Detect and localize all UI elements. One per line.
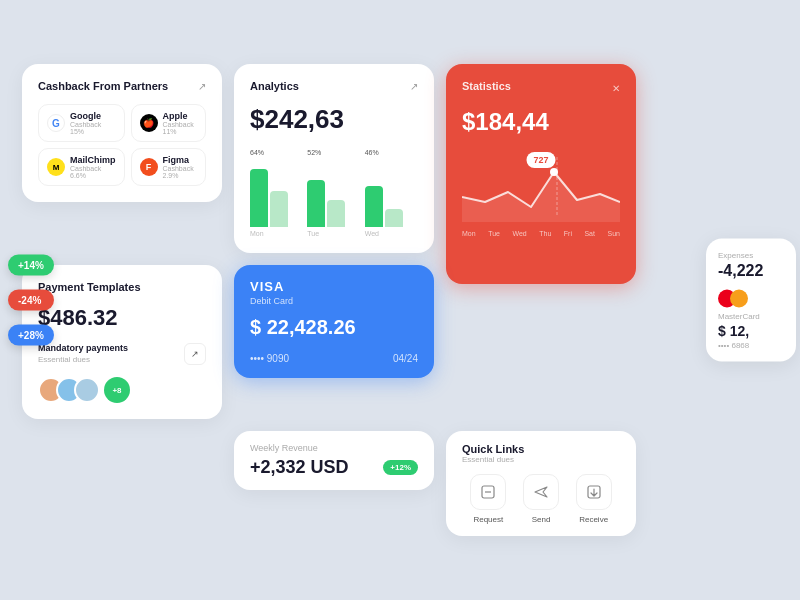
quicklinks-card: Quick Links Essential dues Request <box>446 431 636 536</box>
analytics-header: Analytics ↗ <box>250 80 418 92</box>
visa-amount: $ 22,428.26 <box>250 316 418 339</box>
day-label-wed: Wed <box>365 230 379 237</box>
cashback-external-link-icon[interactable]: ↗ <box>198 81 206 92</box>
bar-wed-secondary <box>385 209 403 227</box>
partner-mailchimp[interactable]: M MailChimp Cashback 6.6% <box>38 148 125 186</box>
chart-group-mon: 64% Mon <box>250 149 303 237</box>
mastercard-label: MasterCard <box>718 312 784 321</box>
chart-group-wed: 46% Wed <box>365 149 418 237</box>
apple-name: Apple <box>163 111 197 121</box>
figma-info: Figma Cashback 2.9% <box>163 155 197 179</box>
partner-grid: G Google Cashback 15% 🍎 Apple Cashback 1… <box>38 104 206 186</box>
mastercard-number: •••• 6868 <box>718 341 784 350</box>
stat-day-wed: Wed <box>512 230 526 237</box>
send-icon <box>523 474 559 510</box>
avatars-row: +8 <box>38 377 206 403</box>
analytics-chart: 64% Mon 52% <box>250 147 418 237</box>
revenue-row: +2,332 USD +12% <box>250 457 418 478</box>
avatar-3 <box>74 377 100 403</box>
request-icon <box>470 474 506 510</box>
mandatory-arrow-icon[interactable]: ↗ <box>184 343 206 365</box>
cards-container: Cashback From Partners ↗ G Google Cashba… <box>22 64 778 536</box>
statistics-chart: 727 Mon Tue Wed Thu Fri S <box>462 152 620 242</box>
bar-mon-primary <box>250 169 268 227</box>
partner-apple[interactable]: 🍎 Apple Cashback 11% <box>131 104 206 142</box>
mandatory-row: Mandatory payments Essential dues ↗ <box>38 343 206 365</box>
partner-figma[interactable]: F Figma Cashback 2.9% <box>131 148 206 186</box>
bar-tue-secondary <box>327 200 345 227</box>
svg-point-2 <box>550 168 558 176</box>
statistics-days: Mon Tue Wed Thu Fri Sat Sun <box>462 230 620 237</box>
apple-info: Apple Cashback 11% <box>163 111 197 135</box>
analytics-amount: $242,63 <box>250 104 418 135</box>
statistics-card: Statistics ✕ $184,44 727 Mon <box>446 64 636 284</box>
visa-expiry: 04/24 <box>393 353 418 364</box>
statistics-external-link-icon[interactable]: ✕ <box>612 83 620 94</box>
receive-icon <box>576 474 612 510</box>
avatar-count: +8 <box>104 377 130 403</box>
bar-tue-primary <box>307 180 325 227</box>
google-logo: G <box>47 114 65 132</box>
payment-header: Payment Templates <box>38 281 206 293</box>
quicklinks-title: Quick Links <box>462 443 620 455</box>
revenue-amount: +2,332 USD <box>250 457 349 478</box>
mastercard-logo <box>718 290 784 308</box>
google-cashback: Cashback 15% <box>70 121 116 135</box>
payment-amount: $486.32 <box>38 305 206 331</box>
stat-day-thu: Thu <box>539 230 551 237</box>
dashboard: +14% -24% +28% Cashback From Partners ↗ … <box>0 0 800 600</box>
partner-google[interactable]: G Google Cashback 15% <box>38 104 125 142</box>
analytics-title: Analytics <box>250 80 299 92</box>
mailchimp-name: MailChimp <box>70 155 116 165</box>
stat-day-tue: Tue <box>488 230 500 237</box>
visa-footer: •••• 9090 04/24 <box>250 353 418 364</box>
right-card: Expenses -4,222 MasterCard $ 12, •••• 68… <box>706 239 796 362</box>
revenue-badge: +12% <box>383 460 418 475</box>
statistics-bubble: 727 <box>526 152 555 168</box>
revenue-card: Weekly Revenue +2,332 USD +12% <box>234 431 434 490</box>
cashback-title: Cashback From Partners <box>38 80 168 92</box>
visa-number: •••• 9090 <box>250 353 289 364</box>
mailchimp-info: MailChimp Cashback 6.6% <box>70 155 116 179</box>
quicklink-receive[interactable]: Receive <box>576 474 612 524</box>
google-name: Google <box>70 111 116 121</box>
apple-logo: 🍎 <box>140 114 158 132</box>
bar-mon-secondary <box>270 191 288 227</box>
svg-marker-1 <box>462 172 620 222</box>
day-label-tue: Tue <box>307 230 319 237</box>
visa-type: Debit Card <box>250 296 418 306</box>
receive-label: Receive <box>579 515 608 524</box>
bar-pct-tue: 52% <box>307 149 321 156</box>
chart-group-tue: 52% Tue <box>307 149 360 237</box>
stat-day-sun: Sun <box>607 230 619 237</box>
quicklink-send[interactable]: Send <box>523 474 559 524</box>
pill-positive-28: +28% <box>8 325 54 346</box>
quicklinks-row: Request Send <box>462 474 620 524</box>
google-info: Google Cashback 15% <box>70 111 116 135</box>
mailchimp-logo: M <box>47 158 65 176</box>
bars-wed <box>365 157 403 227</box>
request-label: Request <box>473 515 503 524</box>
statistics-header: Statistics ✕ <box>462 80 620 96</box>
bar-wed-primary <box>365 186 383 227</box>
quicklinks-sub: Essential dues <box>462 455 620 464</box>
visa-card: VISA Debit Card $ 22,428.26 •••• 9090 04… <box>234 265 434 378</box>
figma-cashback: Cashback 2.9% <box>163 165 197 179</box>
mastercard-amount: $ 12, <box>718 323 784 339</box>
bar-pct-mon: 64% <box>250 149 264 156</box>
pill-positive-14: +14% <box>8 255 54 276</box>
quicklink-request[interactable]: Request <box>470 474 506 524</box>
statistics-title: Statistics <box>462 80 511 92</box>
side-pills: +14% -24% +28% <box>8 255 54 346</box>
send-label: Send <box>532 515 551 524</box>
visa-label: VISA <box>250 279 418 294</box>
bars-mon <box>250 157 288 227</box>
stat-day-sat: Sat <box>584 230 595 237</box>
stat-day-fri: Fri <box>564 230 572 237</box>
statistics-amount: $184,44 <box>462 108 620 136</box>
analytics-external-link-icon[interactable]: ↗ <box>410 81 418 92</box>
mandatory-sub: Essential dues <box>38 355 128 364</box>
right-expenses-label: Expenses <box>718 251 784 260</box>
figma-name: Figma <box>163 155 197 165</box>
figma-logo: F <box>140 158 158 176</box>
